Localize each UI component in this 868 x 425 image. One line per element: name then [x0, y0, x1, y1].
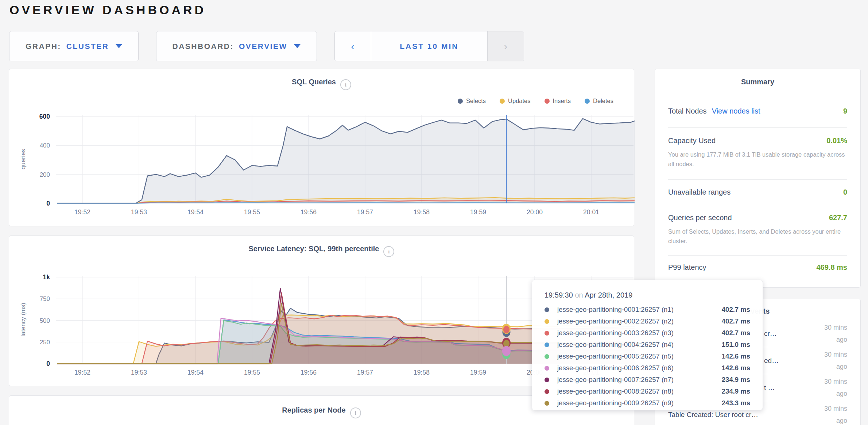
svg-text:19:55: 19:55: [244, 369, 260, 376]
tooltip-row: jesse-geo-partitioning-0004:26257 (n4)15…: [545, 339, 750, 351]
sql-queries-chart[interactable]: 020040060019:5219:5319:5419:5519:5619:57…: [9, 69, 635, 227]
tooltip-node-value: 402.7 ms: [722, 306, 750, 314]
svg-text:0: 0: [46, 200, 50, 207]
graph-selector-value: CLUSTER: [66, 42, 109, 51]
dashboard-selector-value: OVERVIEW: [239, 42, 287, 51]
svg-text:20:00: 20:00: [527, 208, 543, 216]
svg-text:queries: queries: [20, 149, 27, 169]
tooltip-date: Apr 28th, 2019: [585, 291, 632, 299]
tooltip-row: jesse-geo-partitioning-0007:26257 (n7)23…: [545, 374, 750, 386]
graph-selector-label: GRAPH:: [26, 42, 61, 51]
graph-selector[interactable]: GRAPH: CLUSTER: [9, 31, 139, 61]
info-icon[interactable]: i: [340, 79, 351, 90]
legend-item-deletes[interactable]: Deletes: [585, 97, 613, 104]
tooltip-row: jesse-geo-partitioning-0005:26257 (n5)14…: [545, 351, 750, 362]
time-prev-button[interactable]: ‹: [335, 31, 371, 61]
summary-row-unavailable-ranges: Unavailable ranges 0: [668, 188, 847, 196]
qps-label: Queries per second: [668, 214, 732, 222]
tooltip-row: jesse-geo-partitioning-0002:26257 (n2)40…: [545, 315, 750, 327]
svg-text:400: 400: [40, 142, 50, 149]
info-icon[interactable]: i: [350, 407, 361, 418]
sql-queries-title: SQL Queriesi: [9, 78, 634, 90]
time-next-button[interactable]: ›: [487, 31, 524, 61]
event-time-ago: 30 mins ago: [803, 403, 847, 425]
tooltip-row: jesse-geo-partitioning-0003:26257 (n3)40…: [545, 327, 750, 339]
svg-text:19:58: 19:58: [414, 208, 430, 216]
node-color-dot-icon: [545, 331, 549, 336]
tooltip-node-value: 402.7 ms: [722, 317, 750, 325]
legend-item-updates[interactable]: Updates: [500, 97, 530, 104]
svg-text:200: 200: [40, 171, 50, 178]
svg-text:19:57: 19:57: [357, 369, 373, 376]
tooltip-node-value: 234.9 ms: [722, 387, 750, 395]
svg-text:0: 0: [46, 360, 50, 367]
summary-row-capacity: Capacity Used 0.01%: [668, 137, 847, 145]
node-color-dot-icon: [545, 342, 549, 347]
svg-text:19:52: 19:52: [74, 369, 90, 376]
legend-item-inserts[interactable]: Inserts: [545, 97, 571, 104]
svg-text:19:52: 19:52: [74, 208, 90, 216]
node-color-dot-icon: [545, 401, 549, 406]
unavailable-ranges-value: 0: [843, 188, 847, 196]
overview-dashboard-page: OVERVIEW DASHBOARD GRAPH: CLUSTER DASHBO…: [0, 0, 868, 425]
tooltip-node-name: jesse-geo-partitioning-0003:26257 (n3): [557, 329, 722, 337]
svg-text:750: 750: [40, 295, 50, 302]
svg-text:19:57: 19:57: [357, 208, 373, 216]
tooltip-timestamp: 19:59:30 on Apr 28th, 2019: [545, 291, 750, 299]
legend-dot-icon: [500, 99, 505, 104]
tooltip-row: jesse-geo-partitioning-0006:26257 (n6)14…: [545, 362, 750, 374]
sql-queries-legend: SelectsUpdatesInsertsDeletes: [458, 97, 613, 104]
tooltip-node-name: jesse-geo-partitioning-0007:26257 (n7): [557, 376, 722, 384]
tooltip-node-name: jesse-geo-partitioning-0009:26257 (n9): [557, 399, 722, 407]
node-color-dot-icon: [545, 319, 549, 324]
svg-text:19:56: 19:56: [301, 369, 317, 376]
divider: [668, 205, 847, 205]
dashboard-controls: GRAPH: CLUSTER DASHBOARD: OVERVIEW ‹ LAS…: [9, 31, 524, 61]
tooltip-row: jesse-geo-partitioning-0001:26257 (n1)40…: [545, 304, 750, 315]
summary-row-p99: P99 latency 469.8 ms: [668, 263, 847, 272]
tooltip-node-name: jesse-geo-partitioning-0001:26257 (n1): [557, 306, 722, 314]
time-range-selector: ‹ LAST 10 MIN ›: [334, 31, 524, 61]
tooltip-node-name: jesse-geo-partitioning-0008:26257 (n8): [557, 387, 722, 395]
svg-text:19:55: 19:55: [244, 208, 260, 216]
event-time-ago: 30 mins ago: [803, 376, 847, 399]
p99-latency-value: 469.8 ms: [816, 263, 847, 272]
svg-text:latency (ms): latency (ms): [20, 303, 27, 337]
legend-dot-icon: [458, 99, 463, 104]
capacity-used-value: 0.01%: [826, 137, 847, 145]
tooltip-node-value: 142.6 ms: [722, 364, 750, 372]
tooltip-node-name: jesse-geo-partitioning-0006:26257 (n6): [557, 364, 722, 372]
legend-item-selects[interactable]: Selects: [458, 97, 486, 104]
tooltip-node-name: jesse-geo-partitioning-0004:26257 (n4): [557, 341, 722, 349]
tooltip-time: 19:59:30: [545, 291, 573, 299]
svg-text:19:59: 19:59: [470, 369, 486, 376]
node-color-dot-icon: [545, 378, 549, 382]
legend-dot-icon: [585, 99, 590, 104]
divider: [668, 255, 847, 256]
svg-text:20:01: 20:01: [583, 208, 599, 216]
info-icon[interactable]: i: [383, 246, 394, 257]
node-color-dot-icon: [545, 307, 549, 312]
chevron-down-icon: [116, 44, 122, 48]
total-nodes-label: Total Nodes: [668, 107, 707, 115]
node-color-dot-icon: [545, 389, 549, 394]
node-color-dot-icon: [545, 354, 549, 359]
dashboard-selector-label: DASHBOARD:: [173, 42, 234, 51]
time-range-label[interactable]: LAST 10 MIN: [371, 31, 487, 61]
tooltip-on-text: on: [575, 291, 583, 299]
unavailable-ranges-label: Unavailable ranges: [668, 188, 731, 196]
svg-text:500: 500: [40, 317, 50, 324]
event-time-ago: 30 mins ago: [803, 349, 847, 372]
svg-text:19:59: 19:59: [470, 208, 486, 216]
tooltip-row: jesse-geo-partitioning-0008:26257 (n8)23…: [545, 386, 750, 397]
summary-title: Summary: [655, 78, 860, 86]
svg-text:19:54: 19:54: [187, 369, 204, 376]
divider: [668, 179, 847, 180]
total-nodes-value: 9: [843, 107, 847, 115]
svg-text:19:53: 19:53: [131, 208, 147, 216]
event-description: Table Created: User root cr…: [668, 411, 758, 419]
view-nodes-list-link[interactable]: View nodes list: [712, 107, 760, 115]
summary-card: Summary Total NodesView nodes list 9 Cap…: [655, 69, 861, 288]
dashboard-selector[interactable]: DASHBOARD: OVERVIEW: [156, 31, 317, 61]
svg-text:19:54: 19:54: [187, 208, 204, 216]
